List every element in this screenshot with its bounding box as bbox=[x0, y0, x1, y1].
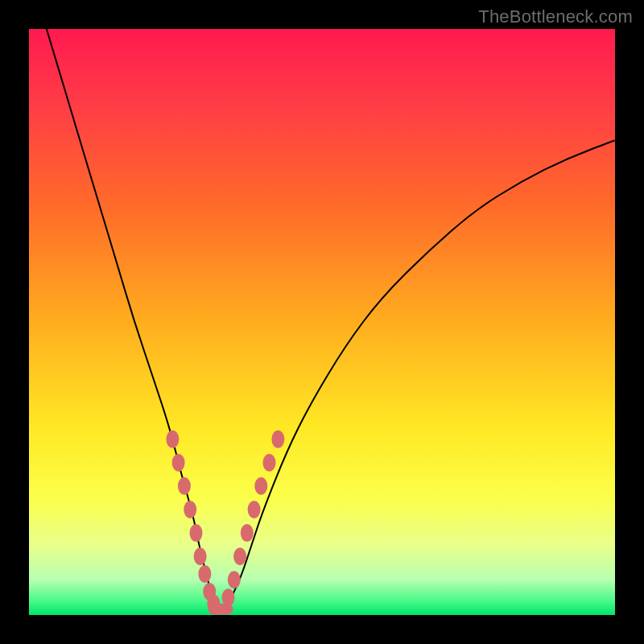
data-dot bbox=[166, 431, 179, 448]
data-dot bbox=[263, 454, 276, 472]
plot-area bbox=[29, 29, 615, 615]
data-dot bbox=[198, 565, 211, 583]
data-dot bbox=[254, 477, 267, 495]
data-dot bbox=[190, 524, 203, 542]
data-dot bbox=[178, 477, 191, 495]
chart-frame: TheBottleneck.com bbox=[0, 0, 644, 644]
data-dot bbox=[241, 524, 254, 542]
gradient-background bbox=[29, 29, 615, 615]
data-dot bbox=[184, 501, 196, 518]
dot-cluster-trough bbox=[208, 604, 233, 615]
data-dot bbox=[194, 547, 207, 565]
data-dot bbox=[248, 501, 261, 518]
data-dot bbox=[172, 454, 185, 472]
data-dot bbox=[233, 547, 246, 565]
plot-svg bbox=[29, 29, 615, 615]
watermark-text: TheBottleneck.com bbox=[478, 6, 633, 27]
data-dot bbox=[271, 431, 284, 448]
data-dot bbox=[228, 571, 241, 588]
data-dot bbox=[219, 604, 233, 615]
